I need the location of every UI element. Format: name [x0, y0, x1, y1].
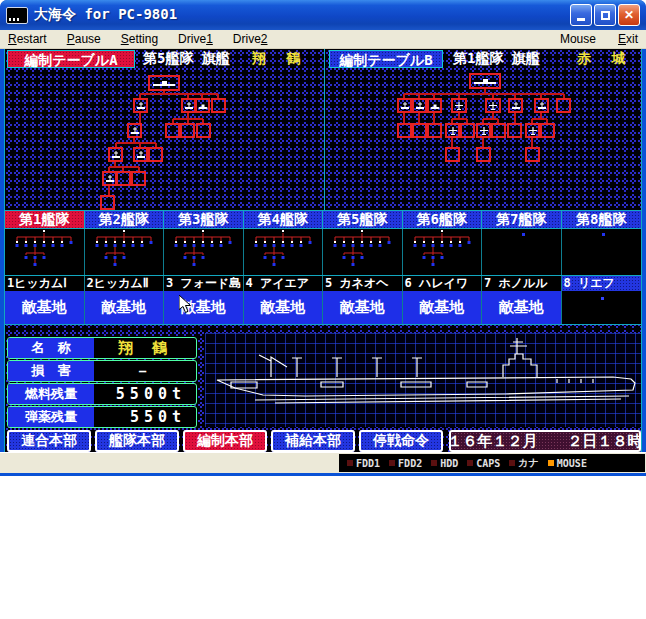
fleet-tab-6[interactable]: 第6艦隊 [403, 211, 483, 229]
maximize-button[interactable] [594, 4, 616, 26]
fleet-tab-4[interactable]: 第4艦隊 [244, 211, 324, 229]
info-label: 燃料残量 [8, 384, 94, 404]
base-header-row: 1ヒッカムⅠ2ヒッカムⅡ3 フォード島4 アイエア5 カネオヘ6 ハレイワ7 ホ… [5, 275, 641, 291]
info-value: 550t [94, 407, 196, 427]
led-mouse: MOUSE [548, 458, 587, 469]
minimize-button[interactable] [570, 4, 592, 26]
base-header-3[interactable]: 3 フォード島 [164, 276, 244, 291]
base-cell-1[interactable]: 敵基地 [5, 291, 85, 324]
fleet-tab-8[interactable]: 第8艦隊 [562, 211, 642, 229]
fleet-tab-7[interactable]: 第7艦隊 [482, 211, 562, 229]
info-row-4: 弾薬残量550t [7, 406, 197, 428]
fleet-tab-1[interactable]: 第1艦隊 [5, 211, 85, 229]
table-a-button[interactable]: 編制テーブルA [7, 50, 135, 68]
base-header-8[interactable]: 8 リエフ [562, 276, 642, 291]
info-row-2: 損 害－ [7, 360, 197, 382]
fleet-mini-tree-5 [323, 229, 403, 275]
base-header-7[interactable]: 7 ホノルル [482, 276, 562, 291]
fleet-mini-tree-7 [482, 229, 562, 275]
flagship-b-name: 赤 城 [577, 50, 631, 68]
titlebar[interactable]: 大海令 for PC-9801 ✕ [0, 0, 646, 30]
base-header-1[interactable]: 1ヒッカムⅠ [5, 276, 85, 291]
info-label: 弾薬残量 [8, 407, 94, 427]
command-button-2[interactable]: 艦隊本部 [95, 430, 179, 452]
statusbar: FDD1FDD2HDDCAPSカナMOUSE [0, 452, 646, 473]
fleet-mini-tree-8 [562, 229, 642, 275]
base-cell-7[interactable]: 敵基地 [482, 291, 562, 324]
fleet-organization-trees[interactable] [5, 69, 641, 210]
date-display: １６年１２月 ２日１８時 [449, 430, 641, 452]
info-row-3: 燃料残量5500t [7, 383, 197, 405]
led-カナ: カナ [509, 456, 538, 470]
menu-item-setting[interactable]: Setting [121, 32, 158, 46]
base-header-5[interactable]: 5 カネオヘ [323, 276, 403, 291]
led-fdd1: FDD1 [347, 458, 380, 469]
app-window: 大海令 for PC-9801 ✕ RestartPauseSettingDri… [0, 0, 646, 476]
info-value: － [94, 361, 196, 381]
base-status-row: 敵基地敵基地敵基地敵基地敵基地敵基地敵基地 [5, 291, 641, 325]
menu-item-drive2[interactable]: Drive2 [233, 32, 268, 46]
window-title: 大海令 for PC-9801 [34, 6, 177, 24]
command-button-4[interactable]: 補給本部 [271, 430, 355, 452]
fleet-tab-3[interactable]: 第3艦隊 [164, 211, 244, 229]
fleet-a-label: 第5艦隊 旗艦 [143, 50, 230, 68]
info-label: 名 称 [8, 338, 94, 358]
base-cell-3[interactable]: 敵基地 [164, 291, 244, 324]
menu-item-pause[interactable]: Pause [67, 32, 101, 46]
info-value: 5500t [94, 384, 196, 404]
command-button-1[interactable]: 連合本部 [7, 430, 91, 452]
fleet-mini-tree-3 [164, 229, 244, 275]
ship-display-panel [205, 333, 641, 427]
menubar: RestartPauseSettingDrive1Drive2 MouseExi… [0, 30, 646, 49]
base-cell-8[interactable] [562, 291, 642, 324]
fleet-mini-tree-6 [403, 229, 483, 275]
flagship-a-name: 翔 鶴 [252, 50, 306, 68]
command-row: 連合本部艦隊本部編制本部補給本部停戦命令１６年１２月 ２日１８時 [7, 430, 641, 452]
base-cell-2[interactable]: 敵基地 [85, 291, 165, 324]
menu-item-exit[interactable]: Exit [618, 32, 638, 46]
app-icon [6, 7, 28, 24]
base-header-6[interactable]: 6 ハレイワ [403, 276, 483, 291]
led-fdd2: FDD2 [389, 458, 422, 469]
fleet-mini-tree-4 [244, 229, 324, 275]
base-cell-6[interactable]: 敵基地 [403, 291, 483, 324]
fleet-tab-2[interactable]: 第2艦隊 [85, 211, 165, 229]
info-row-1: 名 称翔 鶴 [7, 337, 197, 359]
command-button-5[interactable]: 停戦命令 [359, 430, 443, 452]
ship-profile-art [205, 333, 641, 427]
menu-item-drive1[interactable]: Drive1 [178, 32, 213, 46]
led-hdd: HDD [431, 458, 458, 469]
command-button-3[interactable]: 編制本部 [183, 430, 267, 452]
fleet-mini-tree-2 [85, 229, 165, 275]
formation-header-row: 編制テーブルA 第5艦隊 旗艦 翔 鶴 編制テーブルB 第1艦隊 旗艦 赤 城 [5, 49, 641, 69]
base-cell-4[interactable]: 敵基地 [244, 291, 324, 324]
fleet-tab-row: 第1艦隊第2艦隊第3艦隊第4艦隊第5艦隊第6艦隊第7艦隊第8艦隊 [5, 210, 641, 229]
led-panel: FDD1FDD2HDDCAPSカナMOUSE [339, 454, 645, 472]
fleet-mini-tree-1 [5, 229, 85, 275]
base-header-2[interactable]: 2ヒッカムⅡ [85, 276, 165, 291]
menu-item-restart[interactable]: Restart [8, 32, 47, 46]
game-screen: 編制テーブルA 第5艦隊 旗艦 翔 鶴 編制テーブルB 第1艦隊 旗艦 赤 城 … [4, 49, 642, 452]
info-label: 損 害 [8, 361, 94, 381]
close-button[interactable]: ✕ [618, 4, 640, 26]
base-header-4[interactable]: 4 アイエア [244, 276, 324, 291]
ship-info-panel: 名 称翔 鶴損 害－燃料残量5500t弾薬残量550t [7, 337, 197, 429]
fleet-tab-5[interactable]: 第5艦隊 [323, 211, 403, 229]
fleet-mini-tree-row [5, 229, 641, 275]
led-caps: CAPS [467, 458, 500, 469]
menu-item-mouse[interactable]: Mouse [560, 32, 596, 46]
info-value: 翔 鶴 [94, 338, 196, 358]
base-cell-5[interactable]: 敵基地 [323, 291, 403, 324]
table-b-button[interactable]: 編制テーブルB [329, 50, 443, 68]
fleet-b-label: 第1艦隊 旗艦 [453, 50, 540, 68]
